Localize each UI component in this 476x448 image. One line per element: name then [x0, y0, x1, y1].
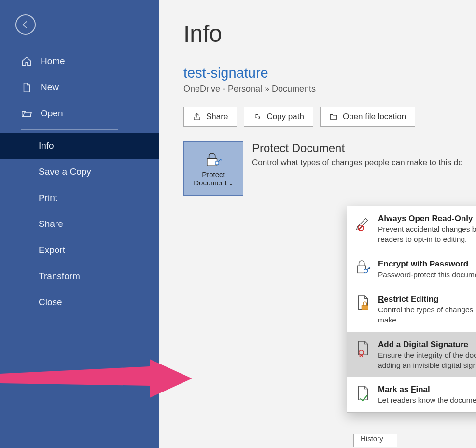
sidebar-label: Share — [39, 219, 63, 229]
protect-document-button[interactable]: Protect Document ⌄ — [183, 141, 243, 196]
history-button-peek[interactable]: History — [353, 434, 397, 447]
menu-encrypt-with-password[interactable]: Encrypt with Password Password-protect t… — [347, 252, 476, 287]
sidebar-label: Print — [39, 193, 57, 203]
menu-mark-as-final[interactable]: Mark as Final Let readers know the docum… — [347, 377, 476, 412]
copy-path-button[interactable]: Copy path — [244, 107, 313, 127]
readonly-icon — [356, 214, 371, 231]
sidebar-item-export[interactable]: Export — [0, 237, 159, 263]
lock-key-icon — [204, 152, 223, 168]
sidebar-label: Save a Copy — [39, 167, 91, 177]
menu-add-digital-signature[interactable]: Add a Digital Signature Ensure the integ… — [347, 332, 476, 378]
protect-btn-line1: Protect — [202, 170, 225, 179]
new-doc-icon — [21, 82, 32, 93]
menu-sub: Prevent accidental changes by asking rea… — [378, 224, 476, 245]
main-panel: Info test-signature OneDrive - Personal … — [159, 0, 476, 448]
svg-marker-7 — [0, 359, 192, 398]
sidebar-item-save-copy[interactable]: Save a Copy — [0, 159, 159, 185]
sidebar-label: Open — [41, 108, 63, 119]
sidebar-label: New — [41, 82, 59, 93]
sidebar-label: Export — [39, 245, 65, 255]
final-icon — [356, 385, 371, 402]
share-label: Share — [206, 112, 228, 122]
menu-sub: Control the types of changes others can … — [378, 305, 476, 325]
menu-restrict-editing[interactable]: Restrict Editing Control the types of ch… — [347, 287, 476, 332]
sidebar-separator — [21, 129, 118, 130]
sidebar-item-home[interactable]: Home — [0, 48, 159, 74]
svg-point-1 — [215, 161, 219, 165]
sidebar-label: Home — [41, 56, 65, 67]
restrict-icon — [356, 294, 371, 312]
sidebar-item-transform[interactable]: Transform — [0, 263, 159, 289]
home-icon — [21, 56, 32, 67]
breadcrumb: OneDrive - Personal » Documents — [183, 84, 476, 94]
svg-rect-5 — [362, 305, 368, 309]
menu-sub: Password-protect this document — [378, 270, 476, 280]
back-button[interactable] — [15, 14, 36, 35]
sidebar-item-open[interactable]: Open — [0, 100, 159, 126]
signature-icon — [356, 340, 371, 357]
svg-point-4 — [364, 269, 368, 273]
annotation-arrow — [0, 359, 193, 403]
menu-always-open-read-only[interactable]: Always Open Read-Only Prevent accidental… — [347, 206, 476, 252]
protect-btn-line2: Document — [194, 179, 226, 187]
link-icon — [253, 112, 262, 121]
arrow-left-icon — [21, 20, 30, 29]
sidebar-item-new[interactable]: New — [0, 74, 159, 100]
action-row: Share Copy path Open file location — [183, 107, 476, 127]
chevron-down-icon: ⌄ — [229, 181, 233, 186]
share-button[interactable]: Share — [183, 107, 237, 127]
encrypt-icon — [356, 259, 371, 277]
menu-sub: Ensure the integrity of the document by … — [378, 350, 476, 371]
sidebar-label: Info — [39, 140, 54, 151]
sidebar-item-print[interactable]: Print — [0, 185, 159, 211]
protect-section-desc: Control what types of changes people can… — [252, 158, 463, 168]
sidebar-label: Close — [39, 297, 62, 308]
open-location-label: Open file location — [343, 112, 406, 122]
open-file-location-button[interactable]: Open file location — [320, 107, 415, 127]
doc-title: test-signature — [183, 65, 476, 81]
protect-section-title: Protect Document — [252, 141, 463, 155]
sidebar-item-info[interactable]: Info — [0, 133, 159, 159]
share-icon — [193, 112, 201, 121]
folder-icon — [329, 112, 338, 121]
folder-open-icon — [21, 108, 32, 119]
page-title: Info — [183, 20, 476, 47]
svg-point-6 — [359, 350, 364, 354]
menu-sub: Let readers know the document is final. — [378, 395, 476, 406]
copy-path-label: Copy path — [266, 112, 304, 122]
sidebar-label: Transform — [39, 271, 80, 281]
protect-document-dropdown: Always Open Read-Only Prevent accidental… — [347, 206, 476, 413]
sidebar-item-share[interactable]: Share — [0, 211, 159, 237]
sidebar-item-close[interactable]: Close — [0, 289, 159, 315]
